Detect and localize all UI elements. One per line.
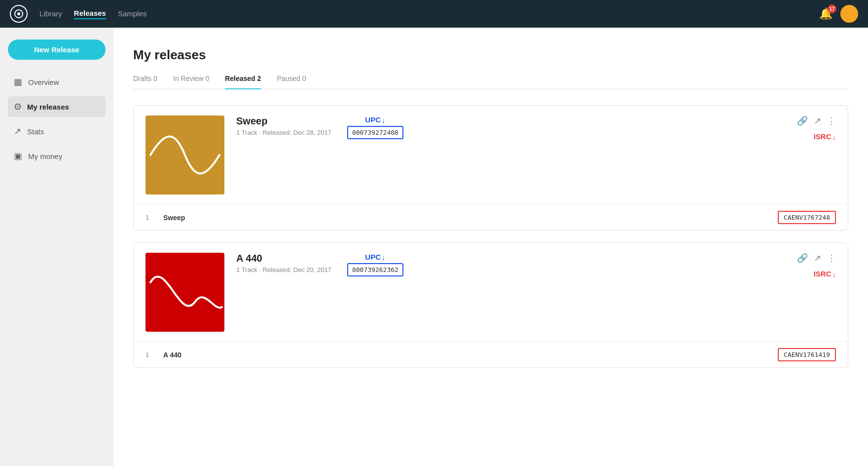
release-title-block-a440: A 440 1 Track · Released: Dec 20, 2017 U…	[236, 253, 785, 279]
release-artwork-a440	[145, 253, 224, 332]
link-icon-sweep[interactable]: 🔗	[797, 116, 808, 126]
tab-paused[interactable]: Paused 0	[277, 75, 306, 89]
nav-links: Library Releases Samples	[39, 9, 146, 19]
tab-drafts[interactable]: Drafts 0	[133, 75, 157, 89]
release-actions-sweep: 🔗 ↗ ⋮ ISRC ↓	[797, 116, 836, 141]
sidebar-item-my-releases[interactable]: ⊙ My releases	[8, 96, 106, 117]
notification-count: 17	[828, 4, 836, 13]
sidebar-label-overview: Overview	[28, 78, 59, 86]
link-icon-a440[interactable]: 🔗	[797, 253, 808, 264]
release-meta-sweep: 1 Track · Released: Dec 28, 2017	[236, 129, 331, 136]
share-icon-sweep[interactable]: ↗	[814, 116, 821, 126]
upc-value-a440: 800739262362	[347, 263, 403, 276]
more-icon-sweep[interactable]: ⋮	[827, 116, 836, 126]
isrc-down-arrow-sweep: ↓	[832, 133, 836, 141]
track-row-a440-1: 1 A 440 CAENV1761419	[134, 342, 848, 367]
sidebar-item-stats[interactable]: ↗ Stats	[8, 121, 106, 142]
share-icon-a440[interactable]: ↗	[814, 253, 821, 264]
release-title-sweep: Sweep	[236, 116, 331, 127]
release-info-sweep: Sweep 1 Track · Released: Dec 28, 2017 U…	[236, 116, 836, 142]
sidebar: New Release ▦ Overview ⊙ My releases ↗ S…	[0, 28, 113, 466]
track-title-sweep-1: Sweep	[163, 214, 770, 222]
overview-icon: ▦	[14, 77, 22, 87]
isrc-block-sweep: 🔗 ↗ ⋮ ISRC ↓	[797, 116, 836, 141]
release-header-sweep: Sweep 1 Track · Released: Dec 28, 2017 U…	[236, 116, 836, 142]
new-release-button[interactable]: New Release	[8, 39, 106, 60]
sidebar-label-my-releases: My releases	[27, 103, 69, 111]
sidebar-item-overview[interactable]: ▦ Overview	[8, 72, 106, 92]
upc-block-sweep: UPC ↓ 800739272408	[347, 116, 403, 139]
a440-wave-icon	[145, 253, 224, 332]
upc-block-a440: UPC ↓ 800739262362	[347, 253, 403, 276]
stats-icon: ↗	[14, 126, 21, 137]
isrc-label-a440: ISRC ↓	[814, 270, 836, 278]
isrc-label-sweep: ISRC ↓	[814, 132, 836, 141]
more-icon-a440[interactable]: ⋮	[827, 253, 836, 264]
track-number-sweep-1: 1	[145, 214, 155, 221]
upc-value-sweep: 800739272408	[347, 126, 403, 139]
tab-in-review[interactable]: In Review 0	[173, 75, 209, 89]
tab-released[interactable]: Released 2	[225, 75, 261, 89]
nav-right: 🔔 17	[819, 5, 858, 23]
release-meta-a440: 1 Track · Released: Dec 20, 2017	[236, 266, 331, 273]
sidebar-label-stats: Stats	[27, 127, 44, 136]
top-nav: Library Releases Samples 🔔 17	[0, 0, 868, 28]
release-artwork-sweep	[145, 116, 224, 194]
sidebar-item-my-money[interactable]: ▣ My money	[8, 146, 106, 166]
nav-samples[interactable]: Samples	[118, 9, 146, 19]
release-card-sweep: Sweep 1 Track · Released: Dec 28, 2017 U…	[133, 105, 848, 231]
my-releases-icon: ⊙	[14, 101, 21, 112]
release-header-a440: A 440 1 Track · Released: Dec 20, 2017 U…	[236, 253, 836, 279]
release-actions-a440: 🔗 ↗ ⋮ ISRC ↓	[797, 253, 836, 278]
isrc-value-sweep-1: CAENV1767248	[778, 211, 836, 224]
sidebar-label-my-money: My money	[28, 152, 62, 160]
release-info-a440: A 440 1 Track · Released: Dec 20, 2017 U…	[236, 253, 836, 279]
nav-releases[interactable]: Releases	[74, 9, 106, 19]
track-title-a440-1: A 440	[163, 351, 770, 359]
upc-down-arrow-a440: ↓	[382, 253, 386, 262]
isrc-down-arrow-a440: ↓	[832, 270, 836, 278]
logo	[10, 5, 28, 23]
main-content: My releases Drafts 0 In Review 0 Release…	[113, 28, 868, 466]
main-layout: New Release ▦ Overview ⊙ My releases ↗ S…	[0, 28, 868, 466]
avatar[interactable]	[840, 5, 858, 23]
release-main-sweep: Sweep 1 Track · Released: Dec 28, 2017 U…	[134, 106, 848, 204]
track-number-a440-1: 1	[145, 351, 155, 358]
nav-library[interactable]: Library	[39, 9, 62, 19]
isrc-block-a440: 🔗 ↗ ⋮ ISRC ↓	[797, 253, 836, 278]
release-card-a440: A 440 1 Track · Released: Dec 20, 2017 U…	[133, 242, 848, 368]
upc-label-sweep: UPC ↓	[365, 116, 385, 124]
upc-down-arrow-sweep: ↓	[382, 116, 386, 124]
notification-bell[interactable]: 🔔 17	[819, 7, 832, 20]
release-title-a440: A 440	[236, 253, 331, 264]
isrc-value-a440-1: CAENV1761419	[778, 348, 836, 361]
svg-point-1	[17, 12, 20, 15]
track-row-sweep-1: 1 Sweep CAENV1767248	[134, 204, 848, 230]
page-title: My releases	[133, 47, 848, 63]
upc-label-a440: UPC ↓	[365, 253, 385, 261]
tabs: Drafts 0 In Review 0 Released 2 Paused 0	[133, 75, 848, 89]
sweep-wave-icon	[145, 116, 224, 194]
money-icon: ▣	[14, 151, 22, 161]
release-main-a440: A 440 1 Track · Released: Dec 20, 2017 U…	[134, 243, 848, 342]
release-title-block-sweep: Sweep 1 Track · Released: Dec 28, 2017 U…	[236, 116, 785, 142]
